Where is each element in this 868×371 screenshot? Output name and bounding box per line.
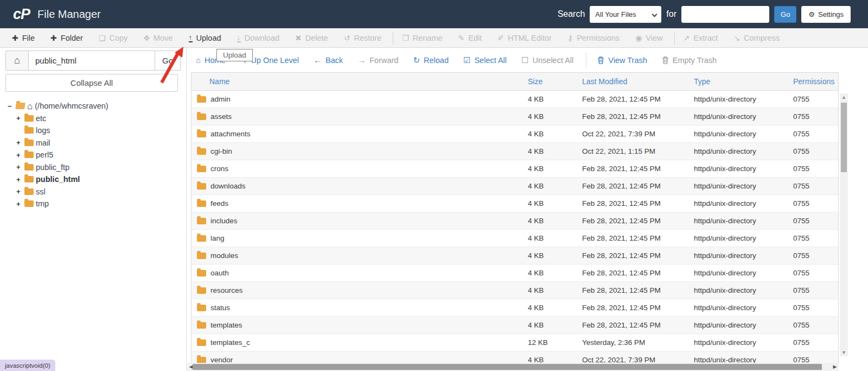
expand-toggle-icon[interactable]: +: [16, 114, 23, 122]
collapse-all-button[interactable]: Collapse All: [5, 74, 178, 92]
column-header-size[interactable]: Size: [528, 77, 582, 86]
table-row-includes[interactable]: includes4 KBFeb 28, 2021, 12:45 PMhttpd/…: [192, 212, 838, 230]
column-header-name[interactable]: Name: [192, 77, 528, 86]
home-directory-button[interactable]: ⌂: [5, 51, 28, 71]
scroll-right-icon[interactable]: ▶: [831, 363, 839, 371]
expand-toggle-icon[interactable]: +: [16, 200, 23, 208]
table-row-lang[interactable]: lang4 KBFeb 28, 2021, 12:45 PMhttpd/unix…: [192, 230, 838, 247]
horizontal-scrollbar[interactable]: ◀ ▶: [187, 363, 839, 371]
sidebar: ⌂ Go Collapse All − ⌂ (/home/whmcsraven)…: [0, 48, 187, 371]
search-input[interactable]: [681, 6, 769, 23]
name-cell: admin: [192, 95, 528, 103]
expand-toggle-icon[interactable]: +: [16, 139, 23, 147]
toolbar-html-editor-label: HTML Editor: [508, 34, 552, 42]
tree-item-logs[interactable]: logs: [8, 124, 186, 137]
tree-item-label: public_html: [36, 175, 80, 184]
toolbar-extract-label: Extract: [693, 34, 718, 42]
tree-item-public_ftp[interactable]: +public_ftp: [8, 161, 186, 174]
folder-icon: [197, 200, 206, 207]
tree-item-label: etc: [36, 114, 46, 123]
horizontal-scroll-thumb[interactable]: [193, 364, 822, 370]
table-row-resources[interactable]: resources4 KBFeb 28, 2021, 12:45 PMhttpd…: [192, 282, 838, 299]
home-icon: ⌂: [14, 55, 20, 66]
nav-select-all-button[interactable]: ☑Select All: [463, 56, 507, 65]
tree-item-label: perl5: [36, 150, 53, 159]
search-go-button[interactable]: Go: [774, 6, 796, 23]
vertical-scroll-thumb[interactable]: [841, 103, 847, 172]
modified-cell: Feb 28, 2021, 12:45 PM: [582, 95, 694, 103]
table-row-templates[interactable]: templates4 KBFeb 28, 2021, 12:45 PMhttpd…: [192, 317, 838, 334]
nav-view-trash-button[interactable]: View Trash: [597, 56, 647, 65]
name-cell: cgi-bin: [192, 147, 528, 155]
toolbar-folder-label: Folder: [61, 34, 83, 42]
path-input[interactable]: [28, 51, 155, 71]
expand-toggle-icon[interactable]: +: [16, 163, 23, 171]
arrow-left-icon: ←: [314, 56, 322, 64]
table-row-attachments[interactable]: attachments4 KBOct 22, 2021, 7:39 PMhttp…: [192, 125, 838, 143]
expand-toggle-icon[interactable]: +: [16, 151, 23, 159]
permissions-cell: 0755: [793, 234, 838, 242]
search-area: Search All Your Files for Go ⚙Settings: [558, 6, 851, 23]
folder-icon: [24, 188, 34, 195]
scroll-down-icon[interactable]: ▼: [840, 349, 848, 356]
tree-root[interactable]: − ⌂ (/home/whmcsraven): [8, 100, 186, 112]
search-scope-select[interactable]: All Your Files: [590, 6, 661, 23]
type-cell: httpd/unix-directory: [694, 251, 793, 260]
table-row-oauth[interactable]: oauth4 KBFeb 28, 2021, 12:45 PMhttpd/uni…: [192, 265, 838, 282]
nav-reload-label: Reload: [424, 56, 449, 65]
navigation-toolbar: ⌂Home↰Up One Level←Back→Forward↻Reload☑S…: [187, 48, 868, 72]
nav-reload-button[interactable]: ↻Reload: [413, 56, 449, 65]
table-row-cgi-bin[interactable]: cgi-bin4 KBOct 22, 2021, 1:15 PMhttpd/un…: [192, 143, 838, 160]
name-cell: templates_c: [192, 338, 528, 347]
folder-icon: [24, 176, 34, 183]
modified-cell: Feb 28, 2021, 12:45 PM: [582, 321, 694, 329]
size-cell: 4 KB: [528, 251, 582, 260]
column-header-permissions[interactable]: Permissions: [793, 77, 838, 86]
type-cell: httpd/unix-directory: [694, 165, 793, 173]
vertical-scrollbar[interactable]: ▲ ▼: [840, 93, 848, 356]
expand-toggle-icon[interactable]: +: [16, 187, 23, 196]
permissions-cell: 0755: [793, 217, 838, 225]
tree-item-public_html[interactable]: +public_html: [8, 173, 186, 186]
permissions-cell: 0755: [793, 251, 838, 260]
toolbar-folder-button[interactable]: ✚Folder: [50, 34, 83, 42]
column-header-modified[interactable]: Last Modified: [582, 77, 694, 86]
toolbar-rename-button: ❒Rename: [402, 34, 442, 42]
nav-empty-trash-button: Empty Trash: [662, 56, 717, 65]
scroll-up-icon[interactable]: ▲: [840, 93, 848, 101]
size-cell: 4 KB: [528, 217, 582, 225]
tree-item-mail[interactable]: +mail: [8, 137, 186, 149]
tree-item-etc[interactable]: +etc: [8, 112, 186, 125]
nav-back-button[interactable]: ←Back: [314, 56, 343, 65]
collapse-toggle-icon[interactable]: −: [8, 102, 15, 110]
table-row-downloads[interactable]: downloads4 KBFeb 28, 2021, 12:45 PMhttpd…: [192, 178, 838, 195]
table-row-feeds[interactable]: feeds4 KBFeb 28, 2021, 12:45 PMhttpd/uni…: [192, 195, 838, 212]
chevron-down-icon: [652, 11, 658, 17]
for-label: for: [666, 9, 676, 19]
tree-item-perl5[interactable]: +perl5: [8, 149, 186, 161]
tree-item-ssl[interactable]: +ssl: [8, 186, 186, 198]
toolbar-file-button[interactable]: ✚File: [12, 34, 35, 42]
table-row-assets[interactable]: assets4 KBFeb 28, 2021, 12:45 PMhttpd/un…: [192, 108, 838, 125]
path-go-button[interactable]: Go: [155, 51, 181, 71]
table-row-modules[interactable]: modules4 KBFeb 28, 2021, 12:45 PMhttpd/u…: [192, 247, 838, 265]
folder-icon: [24, 127, 34, 134]
modified-cell: Feb 28, 2021, 12:45 PM: [582, 199, 694, 207]
tree-item-tmp[interactable]: +tmp: [8, 198, 186, 210]
folder-icon: [197, 270, 206, 276]
nav-forward-button: →Forward: [358, 56, 398, 65]
table-row-crons[interactable]: crons4 KBFeb 28, 2021, 12:45 PMhttpd/uni…: [192, 160, 838, 178]
move-icon: ✥: [143, 34, 150, 42]
expand-toggle-icon[interactable]: +: [16, 175, 23, 184]
table-row-admin[interactable]: admin4 KBFeb 28, 2021, 12:45 PMhttpd/uni…: [192, 91, 838, 108]
modified-cell: Feb 28, 2021, 12:45 PM: [582, 165, 694, 173]
folder-icon: [197, 114, 206, 120]
size-cell: 4 KB: [528, 130, 582, 138]
toolbar-upload-button[interactable]: ↑Upload: [189, 34, 221, 42]
table-row-templates_c[interactable]: templates_c12 KBYesterday, 2:36 PMhttpd/…: [192, 334, 838, 351]
settings-button[interactable]: ⚙Settings: [801, 6, 851, 23]
file-name: admin: [210, 95, 231, 103]
table-row-status[interactable]: status4 KBFeb 28, 2021, 12:45 PMhttpd/un…: [192, 299, 838, 317]
column-header-type[interactable]: Type: [694, 77, 793, 86]
nav-unselect-all-button: ☐Unselect All: [521, 56, 573, 65]
